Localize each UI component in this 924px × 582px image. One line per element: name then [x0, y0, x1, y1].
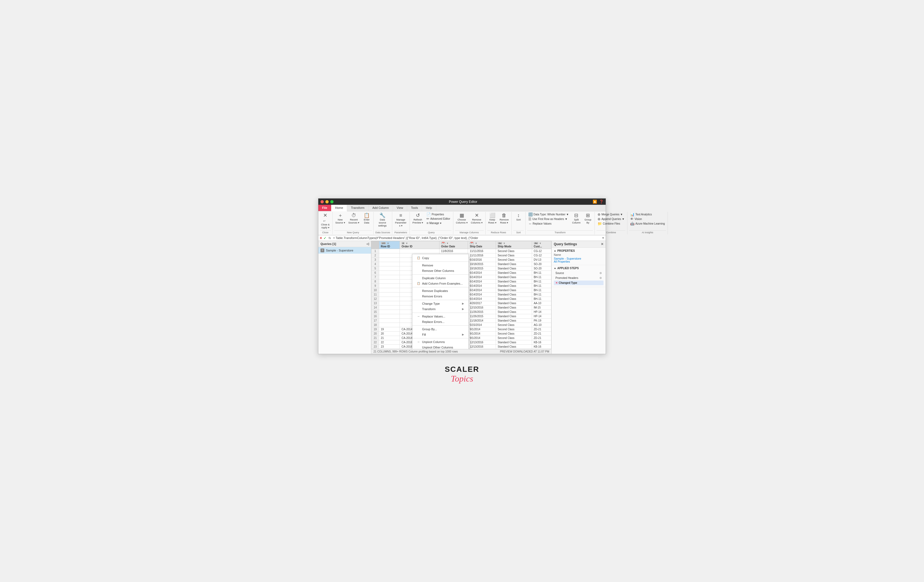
tab-tools[interactable]: Tools [407, 205, 422, 211]
formula-input[interactable] [333, 236, 601, 239]
col-header-order-date[interactable]: 📅▼ Order Date [439, 241, 468, 249]
col-header-order-id[interactable]: A▼ Order ID [400, 241, 439, 249]
ribbon-group-query: ↺ RefreshPreview ▾ 📄 Properties ✏ Advanc… [410, 212, 453, 234]
tab-transform[interactable]: Transform [347, 205, 369, 211]
query-name-value[interactable]: Sample - Superstore [554, 257, 604, 260]
step-source[interactable]: Source ⚙ [554, 271, 604, 275]
close-apply-button[interactable]: ✕↩ Close &Apply ▾ [320, 213, 331, 230]
step-source-gear[interactable]: ⚙ [599, 272, 602, 275]
text-analytics-button[interactable]: 📊 Text Analytics [629, 213, 666, 216]
step-promoted-headers-gear[interactable]: ⚙ [599, 277, 602, 279]
data-grid-wrapper[interactable]: 123▼ Row ID A▼ Order ID 📅▼ Order Date [371, 241, 551, 349]
append-queries-button[interactable]: ⊕ Append Queries ▼ [596, 217, 625, 221]
ribbon-group-close: ✕↩ Close &Apply ▾ Close [318, 212, 333, 234]
formula-cancel-icon[interactable]: ✕ [319, 236, 322, 240]
tab-view[interactable]: View [393, 205, 408, 211]
ctx-change-type[interactable]: Change Type ▶ [412, 301, 469, 306]
minimize-btn[interactable] [325, 200, 328, 203]
col-header-row-id[interactable]: 123▼ Row ID [379, 241, 400, 249]
col-header-ship-mode[interactable]: Aα▼ Ship Mode [496, 241, 532, 249]
collapse-icon[interactable]: 🔼 [592, 199, 597, 204]
col-header-ship-date[interactable]: 📅▼ Ship Date [468, 241, 496, 249]
ribbon-tabs: File Home Transform Add Column View Tool… [318, 205, 606, 211]
row-id-cell [379, 301, 400, 305]
ctx-replace-values[interactable]: ↔ Replace Values... [412, 314, 469, 319]
data-type-button[interactable]: 🔢 Data Type: Whole Number ▼ [527, 213, 570, 216]
maximize-btn[interactable] [330, 200, 333, 203]
row-num-cell: 7 [371, 275, 379, 279]
manage-button[interactable]: ≡ Manage ▾ [425, 221, 451, 225]
tab-file[interactable]: File [318, 205, 332, 211]
col-header-cust[interactable]: Aα▼ Cust... [532, 241, 551, 249]
queries-collapse-icon[interactable]: ◁ [366, 242, 369, 246]
choose-columns-icon: ▦ [460, 213, 464, 218]
status-bar-right: PREVIEW DOWNLOADED AT 11:07 PM [500, 350, 549, 353]
ctx-unpivot-cols[interactable]: ↔ Unpivot Columns [412, 339, 469, 345]
formula-chevron-icon[interactable]: ▼ [602, 236, 605, 239]
ctx-unpivot-other[interactable]: Unpivot Other Columns [412, 345, 469, 349]
tab-help[interactable]: Help [422, 205, 436, 211]
help-icon[interactable]: ❓ [599, 199, 604, 204]
manage-parameters-button[interactable]: ≡ ManageParameters ▾ [394, 213, 408, 228]
keep-rows-button[interactable]: ⬜ KeepRows ▾ [487, 213, 498, 225]
cust-cell: HP-14 [532, 314, 551, 318]
row-num-cell: 2 [371, 253, 379, 257]
properties-caret: ▲ [554, 249, 556, 252]
ctx-remove-other-cols[interactable]: Remove Other Columns [412, 268, 469, 274]
new-source-icon: ＋ [338, 213, 343, 218]
parameters-group-label: Parameters [394, 230, 408, 234]
first-row-headers-button[interactable]: ☰ Use First Row as Headers ▼ [527, 217, 570, 221]
ctx-replace-errors[interactable]: Replace Errors... [412, 319, 469, 325]
step-delete-icon[interactable]: ✕ [555, 281, 558, 284]
ctx-duplicate-col[interactable]: Duplicate Column [412, 275, 469, 281]
combine-files-button[interactable]: 📁 Combine Files [596, 222, 625, 226]
properties-button[interactable]: 📄 Properties [425, 213, 451, 216]
new-source-label: NewSource ▾ [335, 218, 345, 224]
sort-button[interactable]: ↕ Sort [513, 213, 524, 222]
data-source-settings-button[interactable]: 🔧 Data sourcesettings [375, 213, 389, 228]
main-area: Queries [1] ◁ T Sample - Superstore 123▼ [318, 241, 606, 354]
combine-group-label: Combine [596, 230, 625, 234]
merge-queries-button[interactable]: ⊕ Merge Queries ▼ [596, 213, 625, 216]
recent-sources-button[interactable]: ⏱ RecentSources ▾ [347, 213, 361, 225]
queries-panel: Queries [1] ◁ T Sample - Superstore [318, 241, 371, 354]
all-properties-link[interactable]: All Properties [554, 260, 604, 263]
ctx-unpivot-cols-label: Unpivot Columns [422, 340, 445, 343]
tab-add-column[interactable]: Add Column [369, 205, 393, 211]
row-num-cell: 17 [371, 318, 379, 323]
close-btn[interactable] [320, 200, 324, 203]
step-promoted-headers[interactable]: Promoted Headers ⚙ [554, 276, 604, 280]
replace-values-label: Replace Values [533, 222, 551, 226]
settings-close-icon[interactable]: ✕ [601, 242, 604, 246]
split-column-button[interactable]: ⊟ SplitColumn [571, 213, 581, 225]
advanced-editor-icon: ✏ [426, 217, 429, 221]
ship-mode-cell: Standard Class [496, 292, 532, 297]
ctx-group-by[interactable]: Group By... [412, 326, 469, 332]
ctx-fill[interactable]: Fill ▶ [412, 332, 469, 337]
app-window: Power Query Editor 🔼 ❓ File Home Transfo… [318, 198, 606, 354]
ctx-remove[interactable]: Remove [412, 263, 469, 268]
azure-ml-button[interactable]: 🤖 Azure Machine Learning [629, 222, 666, 226]
row-id-cell [379, 288, 400, 292]
ctx-add-col-examples[interactable]: 📋 Add Column From Examples... [412, 281, 469, 286]
query-item-sample-superstore[interactable]: T Sample - Superstore [318, 247, 371, 254]
ctx-transform[interactable]: Transform ▶ [412, 306, 469, 312]
step-changed-type[interactable]: ✕ Changed Type [554, 280, 604, 285]
replace-values-button[interactable]: ↔ Replace Values [527, 222, 570, 226]
refresh-preview-button[interactable]: ↺ RefreshPreview ▾ [411, 213, 424, 225]
vision-icon: 👁 [630, 217, 634, 221]
remove-rows-button[interactable]: 🗑 RemoveRows ▾ [499, 213, 510, 225]
formula-confirm-icon[interactable]: ✓ [323, 236, 327, 240]
advanced-editor-button[interactable]: ✏ Advanced Editor [425, 217, 451, 221]
group-by-button[interactable]: ⊞ GroupBy [582, 213, 593, 225]
ctx-remove-duplicates[interactable]: Remove Duplicates [412, 288, 469, 293]
ctx-copy[interactable]: 📋 Copy [412, 255, 469, 261]
choose-columns-button[interactable]: ▦ ChooseColumns ▾ [455, 213, 469, 225]
tab-home[interactable]: Home [332, 205, 347, 211]
remove-columns-button[interactable]: ✕ RemoveColumns ▾ [470, 213, 484, 225]
close-group-label: Close [320, 230, 331, 234]
enter-data-button[interactable]: 📋 EnterData [361, 213, 372, 225]
vision-button[interactable]: 👁 Vision [629, 217, 666, 221]
new-source-button[interactable]: ＋ NewSource ▾ [334, 213, 346, 225]
ctx-remove-errors[interactable]: Remove Errors [412, 293, 469, 299]
